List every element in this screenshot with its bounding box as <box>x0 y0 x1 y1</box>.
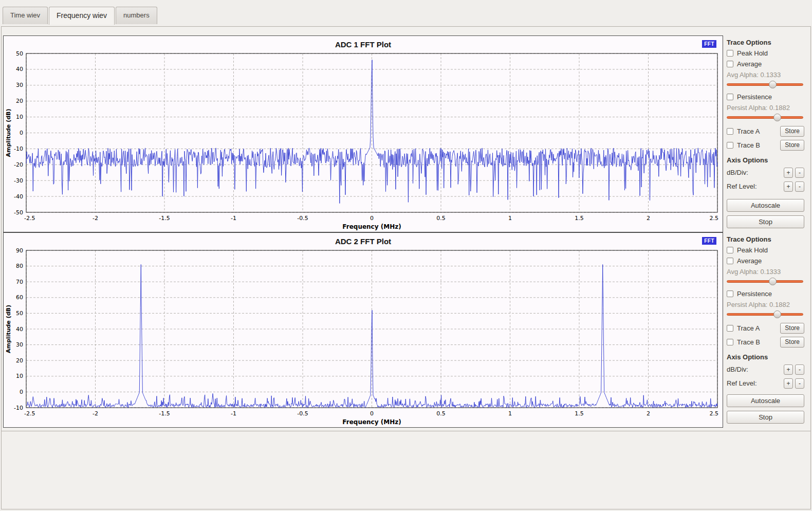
svg-text:30: 30 <box>16 82 23 88</box>
tab-bar: Time wiev Frequency wiev numbers <box>3 7 157 24</box>
persistence-label: Persistence <box>737 290 772 298</box>
svg-text:-0.5: -0.5 <box>297 410 308 417</box>
svg-text:-20: -20 <box>14 161 23 168</box>
average-label: Average <box>737 257 762 265</box>
tab-time-view[interactable]: Time wiev <box>3 7 48 24</box>
slider-track[interactable] <box>727 313 803 316</box>
db-div-increase-button[interactable]: + <box>784 364 793 375</box>
db-div-label: dB/Div: <box>727 366 748 373</box>
main-content: ADC 1 FFT Plot FFT 50403020100-10-20-30-… <box>1 26 811 509</box>
slider-handle[interactable] <box>769 81 777 88</box>
svg-text:-30: -30 <box>14 177 23 184</box>
slider-handle[interactable] <box>769 278 777 285</box>
trace-a-checkbox[interactable] <box>727 325 733 332</box>
store-trace-a-button[interactable]: Store <box>780 126 804 137</box>
persist-alpha-slider[interactable] <box>727 114 803 121</box>
adc1-fft-chart: 50403020100-10-20-30-40-50-2.5-2-1.5-1-0… <box>5 50 722 231</box>
slider-track[interactable] <box>727 280 803 283</box>
svg-text:-2.5: -2.5 <box>24 410 35 417</box>
ref-level-decrease-button[interactable]: - <box>795 181 804 192</box>
svg-text:50: 50 <box>16 310 23 317</box>
avg-alpha-slider[interactable] <box>727 81 803 88</box>
svg-text:10: 10 <box>16 114 23 120</box>
ref-level-increase-button[interactable]: + <box>784 378 793 389</box>
svg-text:-10: -10 <box>14 145 23 152</box>
svg-text:2: 2 <box>647 215 650 222</box>
svg-text:Amplitude (dB): Amplitude (dB) <box>5 109 12 157</box>
plot-rows: ADC 1 FFT Plot FFT 50403020100-10-20-30-… <box>2 27 810 431</box>
autoscale-button[interactable]: Autoscale <box>727 394 804 407</box>
autoscale-button[interactable]: Autoscale <box>727 199 804 212</box>
svg-text:Amplitude (dB): Amplitude (dB) <box>5 305 12 353</box>
db-div-row: dB/Div: + - <box>727 166 804 179</box>
store-trace-b-button[interactable]: Store <box>780 140 804 151</box>
peak-hold-row: Peak Hold <box>727 48 804 59</box>
slider-track[interactable] <box>727 116 803 119</box>
peak-hold-checkbox[interactable] <box>727 247 733 253</box>
ref-level-increase-button[interactable]: + <box>784 181 793 192</box>
average-checkbox[interactable] <box>727 61 733 67</box>
axis-options-title: Axis Options <box>727 156 804 164</box>
trace-a-checkbox[interactable] <box>727 128 733 135</box>
svg-text:-2: -2 <box>93 410 98 417</box>
svg-text:-50: -50 <box>14 209 23 216</box>
slider-handle[interactable] <box>773 311 781 318</box>
ref-level-row: Ref Level: + - <box>727 179 804 193</box>
svg-text:10: 10 <box>16 373 23 379</box>
tab-frequency-view[interactable]: Frequency wiev <box>49 7 115 25</box>
stop-button[interactable]: Stop <box>727 411 804 424</box>
svg-text:0.5: 0.5 <box>436 215 446 222</box>
svg-text:2.5: 2.5 <box>710 215 719 222</box>
db-div-label: dB/Div: <box>727 169 748 176</box>
svg-text:-1.5: -1.5 <box>159 215 170 222</box>
average-label: Average <box>737 60 762 68</box>
average-checkbox[interactable] <box>727 258 733 264</box>
persistence-checkbox[interactable] <box>727 94 733 100</box>
axis-options-title: Axis Options <box>727 353 804 361</box>
db-div-decrease-button[interactable]: - <box>795 168 804 178</box>
persistence-checkbox[interactable] <box>727 290 733 297</box>
tab-numbers[interactable]: numbers <box>116 7 157 24</box>
adc2-section: ADC 2 FFT Plot FFT 9080706050403020100-1… <box>2 232 810 428</box>
svg-text:2: 2 <box>647 410 650 417</box>
svg-text:-2.5: -2.5 <box>24 215 35 222</box>
svg-text:20: 20 <box>16 357 23 364</box>
svg-text:0: 0 <box>20 389 23 395</box>
svg-text:2.5: 2.5 <box>710 410 719 417</box>
peak-hold-label: Peak Hold <box>737 246 768 254</box>
avg-alpha-label: Avg Alpha: 0.1333 <box>727 268 804 276</box>
average-row: Average <box>727 256 804 266</box>
db-div-increase-button[interactable]: + <box>784 168 793 178</box>
svg-text:-0.5: -0.5 <box>297 215 308 222</box>
slider-handle[interactable] <box>773 114 781 121</box>
svg-text:0: 0 <box>370 215 374 222</box>
ref-level-decrease-button[interactable]: - <box>795 378 804 389</box>
svg-text:-10: -10 <box>14 405 23 411</box>
db-div-decrease-button[interactable]: - <box>795 364 804 375</box>
svg-text:60: 60 <box>16 294 23 301</box>
trace-options-title: Trace Options <box>727 39 804 46</box>
svg-text:40: 40 <box>16 326 23 333</box>
svg-text:1: 1 <box>508 410 512 417</box>
persistence-row: Persistence <box>727 92 804 102</box>
average-row: Average <box>727 59 804 69</box>
stop-button[interactable]: Stop <box>727 215 804 228</box>
trace-b-checkbox[interactable] <box>727 142 733 149</box>
adc1-chart-title: ADC 1 FFT Plot <box>4 36 723 50</box>
peak-hold-checkbox[interactable] <box>727 50 733 57</box>
persist-alpha-slider[interactable] <box>727 311 803 318</box>
store-trace-a-button[interactable]: Store <box>780 323 804 334</box>
trace-b-row: Trace B Store <box>727 138 804 152</box>
svg-text:80: 80 <box>16 263 23 269</box>
trace-b-checkbox[interactable] <box>727 339 733 345</box>
svg-text:-2: -2 <box>93 215 98 222</box>
svg-text:1: 1 <box>508 215 512 222</box>
svg-text:-1: -1 <box>231 215 236 222</box>
trace-options-title: Trace Options <box>727 235 804 243</box>
trace-a-label: Trace A <box>737 324 760 332</box>
avg-alpha-slider[interactable] <box>727 278 803 285</box>
store-trace-b-button[interactable]: Store <box>780 337 804 348</box>
adc1-fft-figure: ADC 1 FFT Plot FFT 50403020100-10-20-30-… <box>3 35 723 232</box>
adc2-chart-title: ADC 2 FFT Plot <box>4 233 723 247</box>
slider-track[interactable] <box>727 83 803 86</box>
